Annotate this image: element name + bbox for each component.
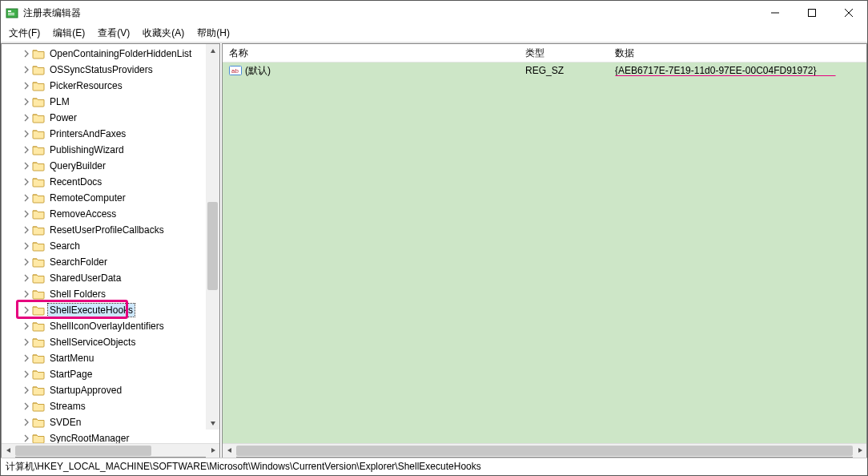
scroll-left-button[interactable] [223,444,236,458]
tree-item[interactable]: ShellServiceObjects [2,334,219,350]
tree-item[interactable]: RemoveAccess [2,206,219,222]
tree-item-label: PrintersAndFaxes [48,127,127,140]
tree-item[interactable]: ShellExecuteHooks [2,302,219,318]
expand-collapse-icon[interactable] [21,418,32,426]
tree-item-label: OSSyncStatusProviders [48,63,155,76]
tree-item[interactable]: StartupApproved [2,382,219,398]
tree-item[interactable]: Streams [2,398,219,414]
tree-scroll-area[interactable]: OpenContainingFolderHiddenListOSSyncStat… [2,44,219,443]
expand-collapse-icon[interactable] [21,386,32,394]
tree-item-label: Streams [48,400,87,413]
scroll-track[interactable] [15,444,206,458]
titlebar[interactable]: 注册表编辑器 [1,1,867,25]
tree-horizontal-scrollbar[interactable] [2,443,219,457]
expand-collapse-icon[interactable] [21,50,32,58]
column-name[interactable]: 名称 [223,44,519,62]
scroll-down-button[interactable] [206,416,219,430]
expand-collapse-icon[interactable] [21,322,32,330]
menu-favorites[interactable]: 收藏夹(A) [136,25,191,42]
scroll-right-button[interactable] [206,444,219,458]
tree-item[interactable]: PLM [2,94,219,110]
svg-rect-3 [8,14,14,15]
tree-item[interactable]: SharedUserData [2,270,219,286]
expand-collapse-icon[interactable] [21,306,32,314]
tree-item[interactable]: Shell Folders [2,286,219,302]
expand-collapse-icon[interactable] [21,162,32,170]
expand-collapse-icon[interactable] [21,370,32,378]
expand-collapse-icon[interactable] [21,338,32,346]
expand-collapse-icon[interactable] [21,66,32,74]
tree-item[interactable]: OpenContainingFolderHiddenList [2,46,219,62]
status-path: 计算机\HKEY_LOCAL_MACHINE\SOFTWARE\Microsof… [6,460,481,474]
tree-item-label: RecentDocs [48,175,103,188]
expand-collapse-icon[interactable] [21,434,32,442]
tree-item[interactable]: ShellIconOverlayIdentifiers [2,318,219,334]
expand-collapse-icon[interactable] [21,354,32,362]
tree-item[interactable]: SearchFolder [2,254,219,270]
close-button[interactable] [830,1,867,25]
values-list[interactable]: ab (默认) REG_SZ {AEB6717E-7E19-11d0-97EE-… [223,63,866,443]
scroll-track[interactable] [206,58,219,416]
tree-item-label: StartMenu [48,352,95,365]
expand-collapse-icon[interactable] [21,242,32,250]
tree-item-label: SharedUserData [48,272,123,284]
tree-item[interactable]: SyncRootManager [2,430,219,443]
tree-item[interactable]: PrintersAndFaxes [2,126,219,142]
expand-collapse-icon[interactable] [21,146,32,154]
svg-rect-1 [8,10,11,12]
tree-item[interactable]: Search [2,238,219,254]
column-data[interactable]: 数据 [609,44,866,62]
expand-collapse-icon[interactable] [21,178,32,186]
tree-item[interactable]: SVDEn [2,414,219,430]
tree-item[interactable]: RemoteComputer [2,190,219,206]
expand-collapse-icon[interactable] [21,82,32,90]
maximize-button[interactable] [794,1,830,25]
minimize-button[interactable] [757,1,794,25]
expand-collapse-icon[interactable] [21,98,32,106]
tree-item[interactable]: StartMenu [2,350,219,366]
folder-icon [32,224,45,236]
expand-collapse-icon[interactable] [21,290,32,298]
menu-help[interactable]: 帮助(H) [191,25,236,42]
menu-edit[interactable]: 编辑(E) [46,25,91,42]
tree-item[interactable]: QueryBuilder [2,158,219,174]
tree-item[interactable]: StartPage [2,366,219,382]
tree-vertical-scrollbar[interactable] [206,44,219,430]
tree-item-label: StartPage [48,368,94,381]
tree-item[interactable]: PublishingWizard [2,142,219,158]
svg-rect-2 [8,13,14,14]
folder-icon [32,288,45,300]
folder-icon [32,176,45,188]
tree-item-label: PLM [48,95,71,108]
expand-collapse-icon[interactable] [21,130,32,138]
scroll-track[interactable] [236,444,853,458]
value-data: {AEB6717E-7E19-11d0-97EE-00C04FD91972} [609,65,866,76]
columns-header: 名称 类型 数据 [223,44,866,63]
expand-collapse-icon[interactable] [21,258,32,266]
expand-collapse-icon[interactable] [21,274,32,282]
scroll-thumb[interactable] [15,446,151,456]
scroll-right-button[interactable] [853,444,866,458]
folder-icon [32,417,45,428]
values-horizontal-scrollbar[interactable] [223,443,866,457]
scroll-up-button[interactable] [206,44,219,58]
tree-item[interactable]: OSSyncStatusProviders [2,62,219,78]
menu-file[interactable]: 文件(F) [2,25,46,42]
scroll-thumb[interactable] [207,202,218,290]
tree-item[interactable]: RecentDocs [2,174,219,190]
menu-view[interactable]: 查看(V) [91,25,136,42]
tree-item[interactable]: ResetUserProfileCallbacks [2,222,219,238]
value-row[interactable]: ab (默认) REG_SZ {AEB6717E-7E19-11d0-97EE-… [223,63,866,79]
column-type[interactable]: 类型 [519,44,609,62]
tree-item[interactable]: PickerResources [2,78,219,94]
expand-collapse-icon[interactable] [21,210,32,218]
folder-icon [32,385,45,396]
expand-collapse-icon[interactable] [21,226,32,234]
expand-collapse-icon[interactable] [21,402,32,410]
scroll-left-button[interactable] [2,444,15,458]
tree-item[interactable]: Power [2,110,219,126]
statusbar: 计算机\HKEY_LOCAL_MACHINE\SOFTWARE\Microsof… [1,458,867,475]
scroll-thumb[interactable] [236,446,853,456]
expand-collapse-icon[interactable] [21,194,32,202]
expand-collapse-icon[interactable] [21,114,32,122]
